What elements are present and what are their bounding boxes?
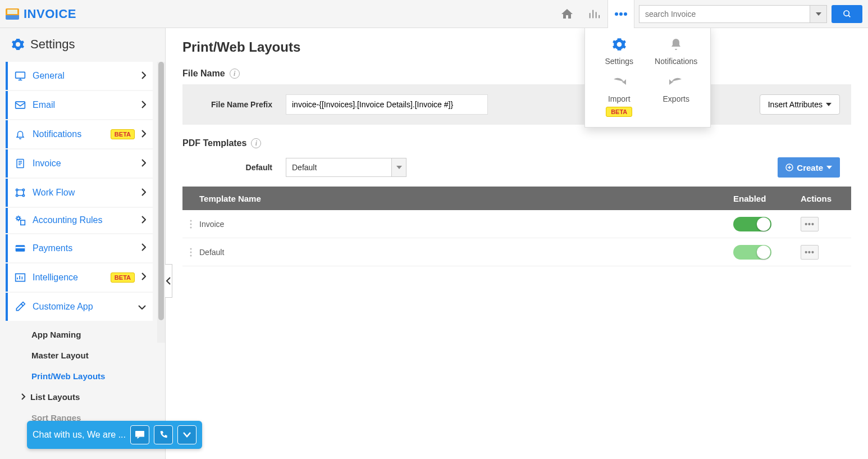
sidebar-item-accounting-rules[interactable]: Accounting Rules bbox=[6, 208, 153, 233]
sidebar-item-customize-app[interactable]: Customize App bbox=[6, 293, 153, 321]
export-icon bbox=[668, 77, 684, 91]
chat-widget[interactable]: Chat with us, We are ... bbox=[27, 421, 202, 449]
main-content: Print/Web Layouts File Name i File Name … bbox=[166, 28, 868, 459]
caret-down-icon bbox=[826, 166, 832, 169]
sub-item-print-web-layouts[interactable]: Print/Web Layouts bbox=[17, 366, 158, 387]
chevron-right-icon bbox=[141, 101, 146, 110]
sidebar-item-intelligence[interactable]: Intelligence BETA bbox=[6, 263, 153, 292]
sidebar-scroll[interactable]: General Email Notifications BETA Invoice bbox=[0, 61, 165, 459]
file-name-prefix-input[interactable] bbox=[286, 94, 488, 115]
select-dropdown-handle[interactable] bbox=[391, 158, 406, 176]
topbar-right bbox=[554, 0, 862, 28]
sub-item-master-layout[interactable]: Master Layout bbox=[17, 345, 158, 366]
customize-app-subitems: App Naming Master Layout Print/Web Layou… bbox=[0, 322, 158, 430]
sub-item-list-layouts[interactable]: List Layouts bbox=[17, 387, 158, 407]
sidebar-item-payments[interactable]: Payments bbox=[6, 234, 153, 262]
svg-point-36 bbox=[190, 251, 192, 253]
sidebar-header: Settings bbox=[0, 28, 165, 61]
search-input[interactable] bbox=[639, 5, 810, 23]
enabled-toggle[interactable] bbox=[733, 245, 771, 260]
drag-handle-icon[interactable] bbox=[182, 220, 199, 229]
sidebar-item-label: Email bbox=[33, 100, 135, 110]
row-actions-button[interactable]: ••• bbox=[801, 217, 819, 231]
insert-attributes-button[interactable]: Insert Attributes bbox=[760, 94, 840, 115]
svg-point-32 bbox=[190, 220, 192, 221]
sidebar-item-email[interactable]: Email bbox=[6, 91, 153, 119]
pdf-templates-section-title: PDF Templates i bbox=[182, 138, 851, 148]
default-select[interactable]: Default bbox=[286, 158, 406, 177]
enabled-toggle[interactable] bbox=[733, 217, 771, 231]
info-icon[interactable]: i bbox=[230, 69, 240, 79]
beta-badge: BETA bbox=[111, 129, 135, 139]
page-title: Print/Web Layouts bbox=[182, 39, 851, 55]
sidebar-item-label: General bbox=[33, 71, 135, 81]
dd-item-label: Notifications bbox=[655, 57, 697, 66]
sidebar-item-label: Payments bbox=[33, 243, 135, 253]
default-label: Default bbox=[194, 163, 278, 172]
dd-item-settings[interactable]: Settings bbox=[591, 37, 648, 66]
create-button[interactable]: Create bbox=[778, 157, 840, 178]
svg-point-17 bbox=[16, 189, 18, 190]
th-actions: Actions bbox=[801, 194, 851, 203]
dd-item-notifications[interactable]: Notifications bbox=[648, 37, 705, 66]
svg-point-5 bbox=[619, 12, 623, 16]
sidebar-item-notifications[interactable]: Notifications BETA bbox=[6, 120, 153, 148]
bell-icon bbox=[15, 129, 26, 140]
info-icon[interactable]: i bbox=[251, 138, 261, 148]
chat-message-button[interactable] bbox=[130, 425, 149, 444]
sidebar-item-label: Accounting Rules bbox=[33, 215, 135, 226]
scrollbar-thumb[interactable] bbox=[158, 62, 164, 320]
table-row: Default ••• bbox=[182, 238, 851, 266]
topbar: INVOICE bbox=[0, 0, 868, 28]
sub-item-label: Print/Web Layouts bbox=[31, 371, 105, 381]
sidebar-item-invoice[interactable]: Invoice bbox=[6, 149, 153, 178]
file-name-prefix-label: File Name Prefix bbox=[194, 100, 278, 109]
template-name: Invoice bbox=[199, 220, 733, 229]
svg-point-6 bbox=[624, 12, 627, 16]
gear-doc-icon bbox=[15, 215, 26, 226]
row-actions-button[interactable]: ••• bbox=[801, 245, 819, 260]
svg-rect-38 bbox=[135, 431, 144, 437]
th-enabled: Enabled bbox=[733, 194, 801, 203]
sidebar-item-label: Invoice bbox=[33, 158, 135, 169]
chat-call-button[interactable] bbox=[154, 425, 173, 444]
beta-badge: BETA bbox=[111, 272, 135, 283]
chevron-right-icon bbox=[141, 71, 146, 81]
sidebar-item-label: Notifications bbox=[33, 129, 104, 139]
dd-item-import[interactable]: Import BETA bbox=[591, 77, 648, 117]
invoice-logo-icon bbox=[6, 8, 19, 20]
svg-point-7 bbox=[844, 11, 849, 16]
chat-toggle-button[interactable] bbox=[177, 425, 197, 444]
chevron-down-icon bbox=[138, 302, 146, 311]
sidebar-item-label: Work Flow bbox=[33, 188, 135, 198]
dd-item-label: Settings bbox=[605, 57, 633, 66]
svg-point-37 bbox=[190, 255, 192, 256]
tools-icon bbox=[15, 301, 26, 312]
search-button[interactable] bbox=[832, 5, 862, 23]
more-menu-panel: Settings Notifications Import BETA Expor… bbox=[584, 28, 711, 128]
home-icon[interactable] bbox=[554, 0, 581, 28]
caret-down-icon bbox=[826, 103, 832, 106]
card-icon bbox=[15, 244, 26, 253]
sidebar-item-workflow[interactable]: Work Flow bbox=[6, 179, 153, 207]
sidebar-scrollbar[interactable] bbox=[157, 62, 165, 343]
chevron-right-icon bbox=[21, 392, 26, 402]
document-icon bbox=[15, 158, 26, 169]
search-dropdown-toggle[interactable] bbox=[810, 5, 827, 23]
sidebar: Settings General Email Notifications BET… bbox=[0, 28, 166, 459]
sidebar-collapse-handle[interactable] bbox=[165, 264, 172, 298]
chevron-right-icon bbox=[141, 130, 146, 139]
dd-item-exports[interactable]: Exports bbox=[648, 77, 705, 117]
sub-item-label: List Layouts bbox=[30, 392, 80, 402]
analytics-icon bbox=[15, 272, 26, 283]
sub-item-app-naming[interactable]: App Naming bbox=[17, 324, 158, 345]
chart-icon[interactable] bbox=[581, 0, 607, 28]
svg-point-35 bbox=[190, 248, 192, 249]
sidebar-item-general[interactable]: General bbox=[6, 62, 153, 90]
sidebar-item-label: Intelligence bbox=[33, 272, 104, 283]
more-menu-icon[interactable] bbox=[607, 0, 634, 28]
drag-handle-icon[interactable] bbox=[182, 248, 199, 257]
default-template-row: Default Default Create bbox=[182, 154, 851, 181]
sub-item-label: Master Layout bbox=[31, 351, 89, 360]
beta-badge: BETA bbox=[606, 107, 632, 117]
